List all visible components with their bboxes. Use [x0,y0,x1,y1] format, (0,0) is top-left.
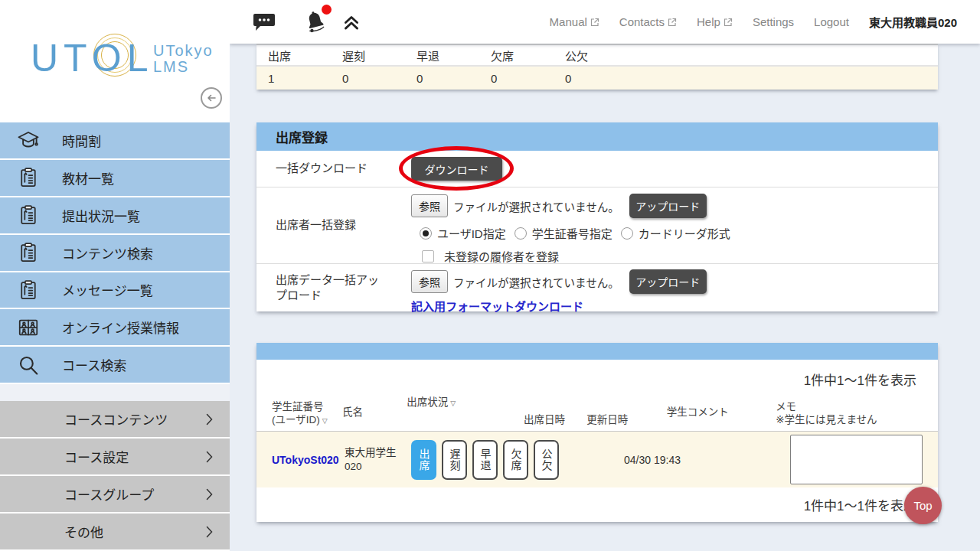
column-header-update-time: 更新日時 [586,413,667,431]
sidebar-item-label: コース検索 [62,355,126,374]
external-link-icon [590,18,599,27]
contacts-link[interactable]: Contacts [619,15,677,28]
radio-card-reader[interactable]: カードリーダ形式 [621,225,730,241]
sidebar-item-label: 教材一覧 [62,168,114,187]
app-window: UTOL UTokyo LMS 時間割 教材一覧 [0,0,980,551]
summary-value: 0 [554,67,628,90]
logo-area: UTOL UTokyo LMS [0,0,230,122]
radio-student-number[interactable]: 学生証番号指定 [514,225,612,241]
column-header-memo: メモ ※学生には見えません [776,400,916,431]
clipboard-icon [16,278,41,302]
utol-logo: UTOL UTokyo LMS [31,38,207,84]
column-header-attend-time: 出席日時 [524,413,586,431]
sidebar-divider [0,384,230,401]
sidebar-item-messages[interactable]: メッセージ一覧 [0,272,230,310]
column-header-status[interactable]: 出席状況▽ [407,396,524,413]
contacts-link-label: Contacts [619,15,665,28]
attendee-bulk-register-row: 出席者一括登録 参照 ファイルが選択されていません。 アップロード ユーザID指… [256,187,938,264]
chevron-right-icon [206,526,213,538]
clipboard-icon [16,165,41,190]
attendance-summary-table: 出席 遅刻 早退 欠席 公欠 1 0 0 0 0 [256,44,938,90]
status-absent-button[interactable]: 欠席 [503,440,528,480]
update-time: 04/30 19:43 [624,432,681,487]
memo-textarea[interactable] [790,435,923,484]
sidebar-item-course-contents[interactable]: コースコンテンツ [0,401,230,439]
sidebar-item-materials[interactable]: 教材一覧 [0,160,230,197]
column-header-student-id[interactable]: 学生証番号 (ユーザID)▽ [272,400,342,431]
scroll-to-top-button[interactable]: Top [904,487,942,524]
messages-icon[interactable] [253,12,276,32]
download-button[interactable]: ダウンロード [411,157,502,181]
bulk-download-row: 一括ダウンロード ダウンロード [256,151,938,187]
student-id-link[interactable]: UTokyoSt020 [272,432,345,487]
chevron-right-icon [206,451,213,463]
upload-button[interactable]: アップロード [629,194,707,218]
sidebar-item-course-settings[interactable]: コース設定 [0,439,230,476]
summary-value: 0 [331,67,405,90]
radio-user-id[interactable]: ユーザID指定 [420,225,506,241]
help-link[interactable]: Help [697,15,733,28]
attendee-bulk-register-label: 出席者一括登録 [256,187,411,263]
sidebar-item-online-class-info[interactable]: オンライン授業情報 [0,309,230,347]
summary-header: 早退 [405,45,479,65]
summary-value-row: 1 0 0 0 0 [256,67,938,90]
clipboard-icon [16,240,41,265]
summary-header: 出席 [256,45,331,65]
status-button-group: 出席 遅刻 早退 欠席 公欠 [411,440,559,480]
summary-header: 公欠 [554,45,628,65]
attendance-data-upload-row: 出席データ一括アップロード 参照 ファイルが選択されていません。 アップロード … [256,264,938,311]
sidebar: UTOL UTokyo LMS 時間割 教材一覧 [0,0,230,551]
format-download-link[interactable]: 記入用フォーマットダウンロード [411,298,707,314]
browse-file-button[interactable]: 参照 [411,194,448,217]
settings-link[interactable]: Settings [753,15,794,28]
sidebar-item-label: オンライン授業情報 [62,318,179,337]
radio-icon [514,227,527,240]
logout-link[interactable]: Logout [814,15,849,28]
no-file-selected-text: ファイルが選択されていません。 [453,198,619,214]
browse-file-button[interactable]: 参照 [411,270,448,293]
upload-button[interactable]: アップロード [629,269,707,294]
register-unenrolled-checkbox[interactable] [422,250,434,262]
online-class-icon [16,315,41,340]
register-mode-radios: ユーザID指定 学生証番号指定 カードリーダ形式 [411,225,730,241]
manual-link[interactable]: Manual [550,15,599,28]
notifications-icon[interactable] [302,8,329,36]
summary-value: 0 [405,67,479,90]
sidebar-item-others[interactable]: その他 [0,514,230,551]
help-link-label: Help [697,15,720,28]
logo-subtitle: UTokyo LMS [153,43,214,75]
status-late-button[interactable]: 遅刻 [442,440,467,480]
sidebar-item-course-search[interactable]: コース検索 [0,347,230,384]
clipboard-icon [16,203,41,227]
student-attendance-table: 1件中1〜1件を表示 学生証番号 (ユーザID)▽ 氏名 出席状況▽ 出席日時 … [256,343,938,522]
sidebar-item-label: その他 [64,522,103,541]
chevron-right-icon [206,488,213,500]
sidebar-item-label: コンテンツ検索 [62,243,153,262]
external-link-icon [668,18,677,27]
result-count: 1件中1〜1件を表示 [804,495,916,514]
student-name: 東大用学生020 [345,432,409,487]
section-title: 出席登録 [256,122,938,151]
status-present-button[interactable]: 出席 [411,440,436,480]
sidebar-item-timetable[interactable]: 時間割 [0,122,230,160]
table-title-bar [256,343,938,360]
sidebar-item-label: 提出状況一覧 [62,206,140,225]
status-early-leave-button[interactable]: 早退 [472,440,498,480]
sidebar-item-content-search[interactable]: コンテンツ検索 [0,235,230,272]
sidebar-collapse-button[interactable] [201,87,222,109]
sidebar-item-label: 時間割 [62,131,101,150]
graduation-cap-icon [16,128,41,152]
sidebar-item-label: コース設定 [64,447,129,466]
sidebar-item-label: コースコンテンツ [64,409,168,429]
sidebar-item-submission-status[interactable]: 提出状況一覧 [0,197,230,235]
chevron-right-icon [206,413,213,425]
radio-icon [420,227,432,240]
status-excused-button[interactable]: 公欠 [534,440,559,480]
sidebar-item-course-group[interactable]: コースグループ [0,476,230,514]
sidebar-item-label: メッセージ一覧 [62,280,153,299]
collapse-topbar-icon[interactable] [341,12,361,32]
radio-label: 学生証番号指定 [532,225,612,241]
summary-header-row: 出席 遅刻 早退 欠席 公欠 [256,45,938,67]
checkbox-label: 未登録の履修者を登録 [444,248,559,264]
logout-link-label: Logout [814,15,849,28]
